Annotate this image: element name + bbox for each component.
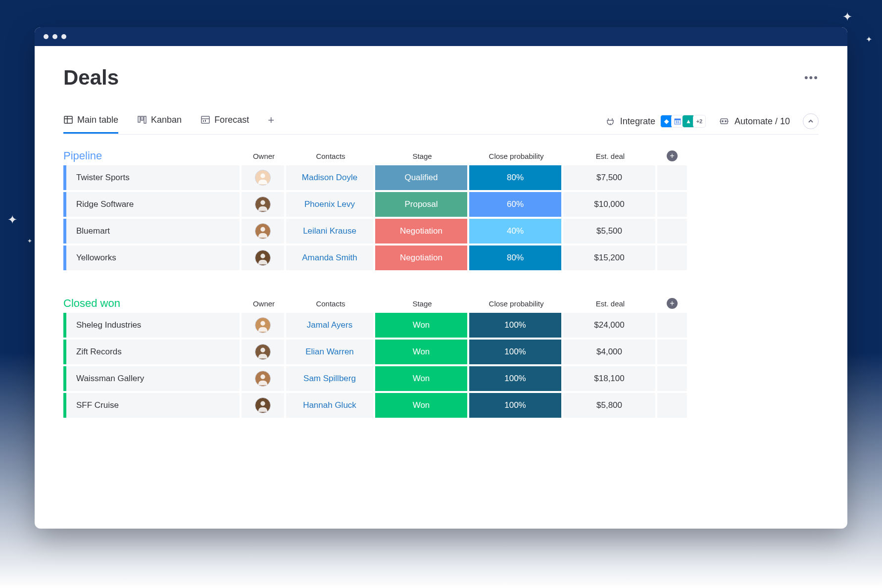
svg-rect-3 <box>138 116 140 122</box>
contact-cell[interactable]: Hannah Gluck <box>286 393 375 418</box>
column-header-contacts[interactable]: Contacts <box>286 152 375 160</box>
est-deal-cell[interactable]: $7,500 <box>563 165 657 190</box>
stage-cell[interactable]: Proposal <box>375 192 469 217</box>
column-header-est-deal[interactable]: Est. deal <box>563 152 657 160</box>
contact-cell[interactable]: Amanda Smith <box>286 245 375 270</box>
contact-cell[interactable]: Madison Doyle <box>286 165 375 190</box>
table-row[interactable]: Bluemart Leilani Krause Negotiation 40% … <box>63 219 819 244</box>
tab-kanban[interactable]: Kanban <box>137 115 182 134</box>
add-column-button[interactable]: + <box>667 298 678 309</box>
deal-name-cell[interactable]: Waissman Gallery <box>63 366 242 391</box>
owner-cell[interactable] <box>242 219 286 244</box>
owner-cell[interactable] <box>242 340 286 364</box>
est-deal-cell[interactable]: $18,100 <box>563 366 657 391</box>
group-title[interactable]: Closed won <box>63 297 242 310</box>
svg-point-23 <box>260 348 265 352</box>
contact-cell[interactable]: Phoenix Levy <box>286 192 375 217</box>
row-tail <box>657 192 687 217</box>
more-options-button[interactable]: ••• <box>804 71 819 84</box>
collapse-button[interactable] <box>803 113 819 129</box>
est-deal-cell[interactable]: $15,200 <box>563 245 657 270</box>
table-row[interactable]: SFF Cruise Hannah Gluck Won 100% $5,800 <box>63 393 819 418</box>
column-header-contacts[interactable]: Contacts <box>286 299 375 308</box>
est-deal-cell[interactable]: $5,800 <box>563 393 657 418</box>
window-control-dot[interactable] <box>52 34 57 39</box>
column-header-stage[interactable]: Stage <box>375 299 469 308</box>
sparkle-decoration: ✦ <box>7 213 17 227</box>
owner-cell[interactable] <box>242 393 286 418</box>
column-header-owner[interactable]: Owner <box>242 299 286 308</box>
close-probability-cell[interactable]: 100% <box>469 313 563 338</box>
close-probability-cell[interactable]: 100% <box>469 366 563 391</box>
automate-button[interactable]: Automate / 10 <box>719 116 790 127</box>
stage-cell[interactable]: Negotiation <box>375 219 469 244</box>
svg-rect-9 <box>205 120 206 122</box>
robot-icon <box>719 117 730 126</box>
stage-cell[interactable]: Won <box>375 393 469 418</box>
owner-cell[interactable] <box>242 165 286 190</box>
group-title[interactable]: Pipeline <box>63 149 242 162</box>
stage-cell[interactable]: Qualified <box>375 165 469 190</box>
column-header-close-probability[interactable]: Close probability <box>469 299 563 308</box>
table-row[interactable]: Zift Records Elian Warren Won 100% $4,00… <box>63 340 819 364</box>
tab-main-table[interactable]: Main table <box>63 115 118 134</box>
contact-cell[interactable]: Jamal Ayers <box>286 313 375 338</box>
est-deal-cell[interactable]: $4,000 <box>563 340 657 364</box>
table-row[interactable]: Twister Sports Madison Doyle Qualified 8… <box>63 165 819 190</box>
deal-name-cell[interactable]: Zift Records <box>63 340 242 364</box>
contact-cell[interactable]: Leilani Krause <box>286 219 375 244</box>
deal-name-cell[interactable]: Yelloworks <box>63 245 242 270</box>
group-pipeline: Pipeline Owner Contacts Stage Close prob… <box>63 149 819 270</box>
est-deal-cell[interactable]: $10,000 <box>563 192 657 217</box>
est-deal-cell[interactable]: $5,500 <box>563 219 657 244</box>
stage-cell[interactable]: Negotiation <box>375 245 469 270</box>
close-probability-cell[interactable]: 80% <box>469 245 563 270</box>
kanban-icon <box>137 115 147 125</box>
table-row[interactable]: Yelloworks Amanda Smith Negotiation 80% … <box>63 245 819 270</box>
contact-cell[interactable]: Sam Spillberg <box>286 366 375 391</box>
owner-cell[interactable] <box>242 366 286 391</box>
stage-cell[interactable]: Won <box>375 313 469 338</box>
window-control-dot[interactable] <box>44 34 49 39</box>
column-header-est-deal[interactable]: Est. deal <box>563 299 657 308</box>
close-probability-cell[interactable]: 80% <box>469 165 563 190</box>
svg-point-19 <box>260 200 265 205</box>
owner-cell[interactable] <box>242 192 286 217</box>
integration-icons: ◆ 31 ▲ +2 <box>660 115 706 128</box>
svg-rect-8 <box>203 120 204 122</box>
close-probability-cell[interactable]: 40% <box>469 219 563 244</box>
sparkle-decoration: ✦ <box>27 238 32 245</box>
row-tail <box>657 219 687 244</box>
est-deal-cell[interactable]: $24,000 <box>563 313 657 338</box>
column-header-close-probability[interactable]: Close probability <box>469 152 563 160</box>
svg-point-20 <box>260 227 265 232</box>
table-row[interactable]: Ridge Software Phoenix Levy Proposal 60%… <box>63 192 819 217</box>
table-row[interactable]: Sheleg Industries Jamal Ayers Won 100% $… <box>63 313 819 338</box>
deal-name-cell[interactable]: Twister Sports <box>63 165 242 190</box>
deal-name-cell[interactable]: Ridge Software <box>63 192 242 217</box>
window-control-dot[interactable] <box>61 34 66 39</box>
column-header-owner[interactable]: Owner <box>242 152 286 160</box>
integration-more: +2 <box>693 115 706 128</box>
contact-cell[interactable]: Elian Warren <box>286 340 375 364</box>
deal-name-cell[interactable]: Sheleg Industries <box>63 313 242 338</box>
close-probability-cell[interactable]: 100% <box>469 393 563 418</box>
add-view-button[interactable]: + <box>268 114 274 134</box>
stage-cell[interactable]: Won <box>375 366 469 391</box>
avatar <box>255 344 271 360</box>
integrate-button[interactable]: Integrate ◆ 31 ▲ +2 <box>605 115 706 128</box>
svg-point-24 <box>260 375 265 379</box>
deal-name-cell[interactable]: SFF Cruise <box>63 393 242 418</box>
close-probability-cell[interactable]: 100% <box>469 340 563 364</box>
add-column-button[interactable]: + <box>667 150 678 161</box>
stage-cell[interactable]: Won <box>375 340 469 364</box>
owner-cell[interactable] <box>242 313 286 338</box>
deal-name-cell[interactable]: Bluemart <box>63 219 242 244</box>
page-title: Deals <box>63 66 119 90</box>
tab-forecast[interactable]: Forecast <box>200 115 249 134</box>
column-header-stage[interactable]: Stage <box>375 152 469 160</box>
table-row[interactable]: Waissman Gallery Sam Spillberg Won 100% … <box>63 366 819 391</box>
close-probability-cell[interactable]: 60% <box>469 192 563 217</box>
owner-cell[interactable] <box>242 245 286 270</box>
row-tail <box>657 313 687 338</box>
